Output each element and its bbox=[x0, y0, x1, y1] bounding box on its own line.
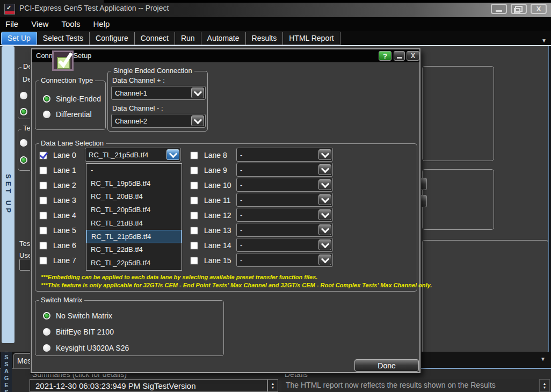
label-lane-10: Lane 10 bbox=[204, 181, 231, 190]
vertical-tab-messages[interactable]: MESSAGES bbox=[1, 352, 12, 392]
checkbox-lane-13[interactable] bbox=[190, 227, 198, 235]
vertical-tab-set-up[interactable]: SET UP bbox=[2, 46, 15, 343]
chevron-down-icon[interactable] bbox=[166, 149, 179, 160]
tab-bar: Set UpSelect TestsConfigureConnectRunAut… bbox=[0, 31, 551, 45]
checkbox-lane-5[interactable] bbox=[39, 227, 47, 235]
dropdown-option-rc-tl-20p5db-tf4[interactable]: RC_TL_20p5dB.tf4 bbox=[86, 204, 182, 217]
chevron-down-icon[interactable] bbox=[318, 209, 331, 220]
radio-bitifeye-bit-2100-label: BitifEye BIT 2100 bbox=[56, 328, 114, 336]
lane-0-combo[interactable]: RC_TL_21p5dB.tf4 bbox=[85, 148, 181, 162]
lane-11-combo[interactable]: - bbox=[236, 193, 333, 207]
single-ended-connection-group: Single Ended Connection Data Channel + :… bbox=[107, 71, 208, 132]
checkbox-lane-11[interactable] bbox=[190, 197, 198, 205]
help-icon[interactable]: ? bbox=[379, 51, 392, 61]
data-channel-minus-combo[interactable]: Channel-2 bbox=[111, 114, 206, 128]
dialog-title-bar[interactable]: Connection Setup ? X bbox=[32, 49, 419, 62]
label-lane-1: Lane 1 bbox=[53, 166, 76, 175]
background-radio-2[interactable] bbox=[19, 107, 28, 116]
dropdown-option-rc-tl-19p5db-tf4[interactable]: RC_TL_19p5dB.tf4 bbox=[86, 177, 182, 191]
tab-html-report[interactable]: HTML Report bbox=[282, 32, 340, 45]
tab-configure[interactable]: Configure bbox=[89, 32, 135, 45]
checkbox-lane-6[interactable] bbox=[39, 242, 47, 250]
spinner-up-icon[interactable]: ▲ bbox=[271, 382, 275, 386]
checkbox-lane-0[interactable] bbox=[39, 151, 47, 159]
single-ended-connection-label: Single Ended Connection bbox=[111, 67, 194, 75]
tab-select-tests[interactable]: Select Tests bbox=[37, 32, 90, 45]
maximize-icon[interactable] bbox=[511, 4, 527, 14]
radio-bitifeye-bit-2100[interactable] bbox=[42, 328, 51, 336]
dialog-close-icon[interactable]: X bbox=[407, 51, 419, 61]
checkbox-lane-14[interactable] bbox=[190, 242, 198, 250]
background-radio-3[interactable] bbox=[19, 139, 28, 147]
checkbox-lane-4[interactable] bbox=[39, 212, 47, 220]
checkbox-lane-10[interactable] bbox=[190, 182, 198, 190]
connection-type-label: Connection Type bbox=[39, 76, 95, 84]
tab-connect[interactable]: Connect bbox=[134, 32, 175, 45]
checkbox-lane-1[interactable] bbox=[39, 166, 47, 175]
background-button-partial-2[interactable] bbox=[419, 195, 427, 207]
tab-automate[interactable]: Automate bbox=[201, 32, 246, 45]
data-lane-selection-group: Data Lane Selection RC_TL_21p5dB.tf4 -RC… bbox=[35, 143, 417, 292]
menu-help[interactable]: Help bbox=[93, 19, 110, 28]
label-lane-12: Lane 12 bbox=[204, 211, 231, 220]
summary-row[interactable]: 2021-12-30 06:03:23:949 PM SigTestVersio… bbox=[30, 379, 267, 392]
tabbar-overflow-caret-icon[interactable]: ▼ bbox=[541, 38, 547, 388]
screen-right-accent bbox=[548, 46, 549, 353]
checkbox-lane-8[interactable] bbox=[190, 151, 198, 159]
lane-12-combo[interactable]: - bbox=[236, 208, 333, 222]
checkbox-lane-3[interactable] bbox=[39, 197, 47, 205]
lane-15-combo[interactable]: - bbox=[236, 253, 333, 267]
lane-14-combo[interactable]: - bbox=[236, 238, 333, 252]
close-icon[interactable]: X bbox=[531, 4, 547, 14]
summary-scroll-spinner[interactable]: ▲▼ bbox=[267, 379, 278, 392]
radio-differential[interactable] bbox=[42, 110, 51, 119]
lane-10-combo[interactable]: - bbox=[236, 178, 333, 192]
background-radio-4[interactable] bbox=[19, 156, 28, 164]
checkbox-lane-15[interactable] bbox=[190, 257, 198, 265]
chevron-down-icon[interactable] bbox=[191, 88, 204, 98]
dropdown-option--[interactable]: - bbox=[86, 164, 182, 177]
radio-single-ended-label: Single-Ended bbox=[56, 95, 101, 103]
lane-8-combo[interactable]: - bbox=[236, 148, 333, 162]
tab-run[interactable]: Run bbox=[175, 32, 201, 45]
background-radio-1[interactable] bbox=[19, 91, 28, 100]
dropdown-option-rc-tl-21p5db-tf4[interactable]: RC_TL_21p5dB.tf4 bbox=[86, 230, 182, 243]
data-channel-plus-combo[interactable]: Channel-1 bbox=[111, 86, 206, 100]
dropdown-option-rc-tl-20db-tf4[interactable]: RC_TL_20dB.tf4 bbox=[86, 190, 182, 204]
dialog-minimize-icon[interactable] bbox=[394, 51, 405, 61]
chevron-down-icon[interactable] bbox=[191, 115, 204, 126]
chevron-down-icon[interactable] bbox=[318, 179, 331, 190]
menu-tools[interactable]: Tools bbox=[61, 19, 80, 28]
lane-13-combo[interactable]: - bbox=[236, 223, 333, 237]
chevron-down-icon[interactable] bbox=[318, 224, 331, 235]
spinner-down-icon[interactable]: ▼ bbox=[271, 386, 275, 389]
checkbox-lane-9[interactable] bbox=[190, 166, 198, 175]
minimize-icon[interactable] bbox=[491, 4, 507, 14]
dropdown-option-rc-tl-22p5db-tf4[interactable]: RC_TL_22p5dB.tf4 bbox=[86, 257, 182, 270]
background-box-a bbox=[422, 66, 494, 161]
menu-file[interactable]: File bbox=[5, 19, 18, 28]
background-button-partial-1[interactable] bbox=[419, 178, 427, 190]
chevron-down-icon[interactable] bbox=[318, 149, 331, 160]
background-box-b bbox=[422, 169, 494, 230]
app-icon: ✓ bbox=[4, 4, 15, 14]
chevron-down-icon[interactable] bbox=[318, 164, 331, 175]
chevron-down-icon[interactable] bbox=[318, 239, 331, 250]
dropdown-option-rc-tl-21db-tf4[interactable]: RC_TL_21dB.tf4 bbox=[86, 217, 182, 230]
dropdown-option-rc-tl-22db-tf4[interactable]: RC_TL_22dB.tf4 bbox=[86, 243, 182, 257]
chevron-down-icon[interactable] bbox=[318, 194, 331, 205]
radio-no-switch-matrix[interactable] bbox=[42, 311, 51, 320]
radio-single-ended[interactable] bbox=[42, 95, 51, 103]
done-button[interactable]: Done bbox=[354, 359, 419, 372]
tab-set-up[interactable]: Set Up bbox=[1, 32, 37, 45]
label-lane-6: Lane 6 bbox=[53, 241, 76, 250]
radio-keysight-u3020a-s26[interactable] bbox=[42, 344, 51, 352]
lane-9-combo[interactable]: - bbox=[236, 163, 333, 177]
application-window: ✓ PCI-Express Gen5 Test Application -- P… bbox=[0, 0, 551, 392]
checkbox-lane-2[interactable] bbox=[39, 182, 47, 190]
tab-results[interactable]: Results bbox=[245, 32, 284, 45]
checkbox-lane-12[interactable] bbox=[190, 212, 198, 220]
menu-view[interactable]: View bbox=[31, 19, 48, 28]
chevron-down-icon[interactable] bbox=[318, 255, 331, 265]
checkbox-lane-7[interactable] bbox=[39, 257, 47, 265]
